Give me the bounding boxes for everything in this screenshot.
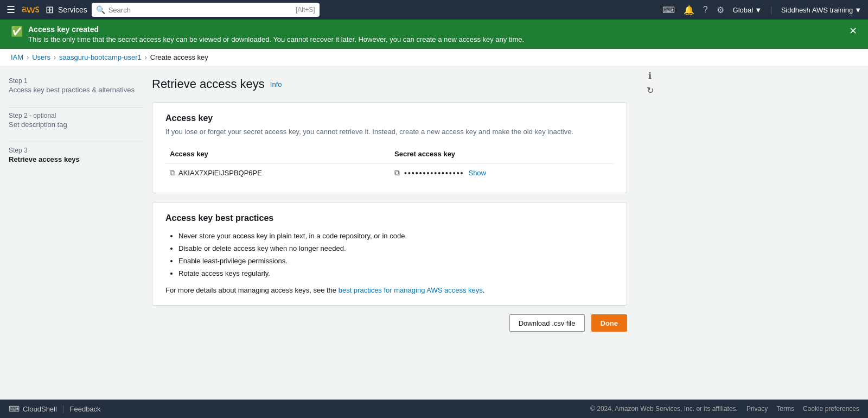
help-icon[interactable]: ? (703, 5, 708, 15)
access-key-card-title: Access key (165, 113, 614, 123)
footer-text: For more details about managing access k… (165, 286, 339, 294)
region-label: Global (733, 6, 754, 14)
terms-link[interactable]: Terms (776, 405, 794, 413)
success-icon: ✅ (11, 26, 23, 37)
best-practices-card: Access key best practices Never store yo… (152, 202, 627, 306)
page-title: Retrieve access keys (152, 77, 265, 91)
feedback-link[interactable]: Feedback (70, 405, 101, 413)
show-secret-link[interactable]: Show (468, 169, 486, 177)
breadcrumb-iam[interactable]: IAM (11, 53, 23, 61)
done-button[interactable]: Done (591, 314, 628, 332)
sidebar: Step 1 Access key best practices & alter… (0, 66, 152, 400)
privacy-link[interactable]: Privacy (746, 405, 768, 413)
user-name: Siddhesh AWS training (781, 6, 853, 14)
breadcrumb-user[interactable]: saasguru-bootcamp-user1 (59, 53, 142, 61)
sidebar-step-1: Step 1 Access key best practices & alter… (9, 77, 143, 94)
banner-text: Access key created This is the only time… (28, 25, 524, 43)
sidebar-step-3: Step 3 Retrieve access keys (9, 147, 143, 163)
search-icon: 🔍 (96, 5, 105, 14)
step3-title: Retrieve access keys (9, 155, 143, 163)
access-key-table: Access key Secret access key ⧉ AKIAX7XPi… (165, 147, 614, 182)
secret-key-value-row: ⧉ •••••••••••••••• Show (394, 168, 609, 178)
chevron-down-icon: ▼ (854, 6, 861, 14)
breadcrumb: IAM › Users › saasguru-bootcamp-user1 › … (0, 49, 868, 66)
best-practices-link[interactable]: best practices for managing AWS access k… (339, 286, 483, 294)
banner-description: This is the only time that the secret ac… (28, 35, 524, 43)
page-title-row: Retrieve access keys Info (152, 77, 627, 91)
step1-title: Access key best practices & alternatives (9, 86, 143, 94)
terminal-icon[interactable]: ⌨ (662, 5, 675, 15)
services-nav[interactable]: Services (58, 5, 87, 14)
right-panel: ℹ ↻ (640, 66, 660, 400)
settings-icon[interactable]: ⚙ (717, 5, 724, 15)
action-row: Download .csv file Done (152, 314, 627, 332)
grid-icon[interactable]: ⊞ (46, 4, 54, 16)
list-item: Enable least-privilege permissions. (178, 257, 614, 265)
cloudshell-button[interactable]: ⌨ CloudShell (9, 404, 57, 413)
best-practices-title: Access key best practices (165, 213, 614, 223)
nav-right-actions: ⌨ 🔔 ? ⚙ Global ▼ | Siddhesh AWS training… (662, 5, 861, 15)
banner-close-icon[interactable]: ✕ (849, 25, 857, 37)
info-panel-icon[interactable]: ℹ (648, 71, 652, 81)
hamburger-menu-icon[interactable]: ☰ (7, 4, 15, 16)
secret-key-cell: ⧉ •••••••••••••••• Show (390, 164, 614, 182)
user-menu[interactable]: Siddhesh AWS training ▼ (781, 6, 861, 14)
footer-right: © 2024, Amazon Web Services, Inc. or its… (590, 405, 859, 413)
top-navigation: ☰ ⊞ Services 🔍 [Alt+S] ⌨ 🔔 ? ⚙ Global ▼ … (0, 0, 868, 20)
aws-logo[interactable] (22, 4, 39, 15)
best-practices-list: Never store your access key in plain tex… (165, 232, 614, 277)
chevron-down-icon: ▼ (755, 6, 762, 14)
region-selector[interactable]: Global ▼ (733, 6, 762, 14)
secret-key-masked: •••••••••••••••• (404, 169, 464, 178)
step1-label: Step 1 (9, 77, 143, 85)
cookie-link[interactable]: Cookie preferences (803, 405, 859, 413)
footer-left: ⌨ CloudShell | Feedback (9, 404, 101, 413)
search-bar[interactable]: 🔍 [Alt+S] (92, 3, 320, 17)
access-key-value-row: ⧉ AKIAX7XPiEIJSPBQP6PE (170, 168, 386, 178)
col-access-key: Access key (165, 147, 390, 164)
footer-separator: | (62, 404, 65, 413)
breadcrumb-current: Create access key (150, 53, 208, 61)
breadcrumb-users[interactable]: Users (32, 53, 50, 61)
step2-label: Step 2 - optional (9, 112, 143, 119)
list-item: Rotate access keys regularly. (178, 269, 614, 277)
download-csv-button[interactable]: Download .csv file (509, 314, 585, 332)
search-shortcut: [Alt+S] (296, 6, 315, 14)
best-practices-footer: For more details about managing access k… (165, 286, 614, 294)
bell-icon[interactable]: 🔔 (684, 5, 694, 15)
banner-title: Access key created (28, 25, 524, 34)
access-key-value: AKIAX7XPiEIJSPBQP6PE (178, 169, 262, 177)
cloudshell-label: CloudShell (23, 405, 57, 413)
success-banner: ✅ Access key created This is the only ti… (0, 20, 868, 49)
secret-copy-icon[interactable]: ⧉ (394, 168, 400, 178)
search-input[interactable] (108, 6, 292, 14)
list-item: Never store your access key in plain tex… (178, 232, 614, 240)
step3-label: Step 3 (9, 147, 143, 154)
step2-title: Set description tag (9, 121, 143, 129)
footer: ⌨ CloudShell | Feedback © 2024, Amazon W… (0, 400, 868, 418)
copyright: © 2024, Amazon Web Services, Inc. or its… (590, 405, 738, 413)
sidebar-divider-1 (9, 107, 143, 107)
access-key-cell: ⧉ AKIAX7XPiEIJSPBQP6PE (165, 164, 390, 182)
breadcrumb-separator-3: › (145, 54, 147, 61)
key-row: ⧉ AKIAX7XPiEIJSPBQP6PE ⧉ •••••••••••••••… (165, 164, 614, 182)
list-item: Disable or delete access key when no lon… (178, 244, 614, 252)
footer-period: . (483, 286, 485, 294)
main-wrapper: Step 1 Access key best practices & alter… (0, 66, 868, 400)
breadcrumb-separator-2: › (54, 54, 56, 61)
access-key-card-desc: If you lose or forget your secret access… (165, 128, 614, 136)
info-link[interactable]: Info (270, 80, 282, 88)
cloudshell-icon: ⌨ (9, 404, 20, 413)
refresh-icon[interactable]: ↻ (647, 85, 654, 96)
sidebar-step-2: Step 2 - optional Set description tag (9, 112, 143, 129)
col-secret-key: Secret access key (390, 147, 614, 164)
main-content: Retrieve access keys Info Access key If … (152, 66, 640, 400)
sidebar-divider-2 (9, 142, 143, 142)
breadcrumb-separator-1: › (27, 54, 29, 61)
copy-icon[interactable]: ⧉ (170, 168, 175, 178)
access-key-card: Access key If you lose or forget your se… (152, 102, 627, 193)
